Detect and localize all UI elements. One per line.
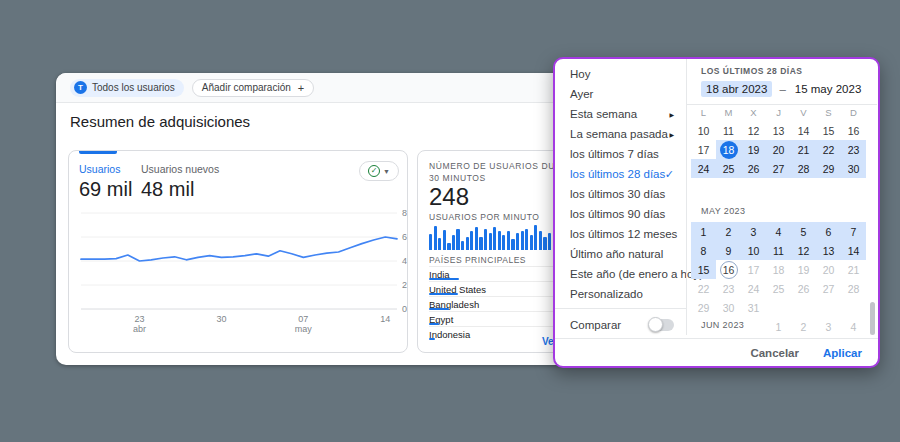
calendar-day-27[interactable]: 27: [766, 159, 791, 178]
calendar-scrollbar[interactable]: [870, 302, 875, 335]
top-countries-header: PAÍSES PRINCIPALES: [429, 255, 526, 265]
day-number: 7: [845, 223, 863, 241]
weekday-header-row: LMXJVSD: [691, 105, 866, 121]
day-number: 4: [845, 318, 863, 336]
day-number: 4: [770, 223, 788, 241]
preset-los-últimos-12-meses[interactable]: los últimos 12 meses: [555, 224, 686, 244]
calendar-day-15[interactable]: 15: [816, 121, 841, 140]
preset-la-semana-pasada[interactable]: La semana pasada▶: [555, 124, 686, 144]
calendar-day-21[interactable]: 21: [791, 140, 816, 159]
day-number: 1: [695, 223, 713, 241]
audience-chip[interactable]: T Todos los usuarios: [70, 79, 184, 97]
day-number: 14: [795, 122, 813, 140]
calendar-day-29[interactable]: 29: [816, 159, 841, 178]
preset-los-últimos-7-días[interactable]: los últimos 7 días: [555, 144, 686, 164]
calendar-day-5[interactable]: 5: [791, 222, 816, 241]
calendar-day-8[interactable]: 8: [691, 241, 716, 260]
calendar-day-28[interactable]: 28: [791, 159, 816, 178]
country-bar: [429, 278, 459, 280]
calendar-day-1[interactable]: 1: [691, 222, 716, 241]
calendar-day-26[interactable]: 26: [741, 159, 766, 178]
calendar-day-15[interactable]: 15: [691, 260, 716, 279]
calendar-day-16[interactable]: 16: [841, 121, 866, 140]
add-comparison-button[interactable]: Añadir comparación +: [192, 79, 314, 97]
day-number: 28: [845, 280, 863, 298]
preset-label: los últimos 12 meses: [570, 228, 677, 240]
day-number: 13: [770, 122, 788, 140]
preset-label: Hoy: [570, 68, 590, 80]
calendar-day-13[interactable]: 13: [816, 241, 841, 260]
calendar-day-4[interactable]: 4: [766, 222, 791, 241]
preset-label: los últimos 90 días: [570, 208, 665, 220]
realtime-users-label: USUARIOS POR MINUTO: [429, 212, 539, 222]
day-number: 21: [795, 141, 813, 159]
calendar-day-24[interactable]: 24: [691, 159, 716, 178]
start-date-input[interactable]: 18 abr 2023: [701, 81, 772, 97]
preset-hoy[interactable]: Hoy: [555, 64, 686, 84]
calendar-week-row: 15161718192021: [691, 260, 866, 279]
calendar-day-18[interactable]: 18: [716, 140, 741, 159]
preset-este-año-de-enero-a-hoy-[interactable]: Este año (de enero a hoy): [555, 264, 686, 284]
calendar-day-12[interactable]: 12: [741, 121, 766, 140]
calendar-day-22[interactable]: 22: [816, 140, 841, 159]
calendar-day-16[interactable]: 16: [716, 260, 741, 279]
calendar-day-21: 21: [841, 260, 866, 279]
preset-los-últimos-90-días[interactable]: los últimos 90 días: [555, 204, 686, 224]
calendar-day-3[interactable]: 3: [741, 222, 766, 241]
calendar-day-4: 4: [841, 317, 866, 336]
preset-los-últimos-30-días[interactable]: los últimos 30 días: [555, 184, 686, 204]
users-line-chart: 8 mil6 mil4 mil2 mil023abr3007may14: [69, 151, 408, 353]
cancel-button[interactable]: Cancelar: [750, 347, 799, 359]
calendar-day-27: 27: [816, 279, 841, 298]
country-bar: [429, 338, 435, 340]
page-title: Resumen de adquisiciones: [70, 113, 250, 130]
calendar-day-14[interactable]: 14: [841, 241, 866, 260]
calendar-day-11[interactable]: 11: [766, 241, 791, 260]
weekday-label: D: [841, 105, 866, 121]
calendar-day-30[interactable]: 30: [841, 159, 866, 178]
calendar-day-25: 25: [766, 279, 791, 298]
calendar-day-10[interactable]: 10: [741, 241, 766, 260]
calendar-day-14[interactable]: 14: [791, 121, 816, 140]
preset-label: Personalizado: [570, 288, 643, 300]
preset-ayer[interactable]: Ayer: [555, 84, 686, 104]
minute-bar: [484, 229, 487, 250]
calendar-day-12[interactable]: 12: [791, 241, 816, 260]
calendar-day-23[interactable]: 23: [841, 140, 866, 159]
calendar-day-2[interactable]: 2: [716, 222, 741, 241]
preset-último-año-natural[interactable]: Último año natural: [555, 244, 686, 264]
calendar-day-11[interactable]: 11: [716, 121, 741, 140]
date-presets-menu: HoyAyerEsta semana▶La semana pasada▶los …: [555, 59, 686, 335]
calendar-day-19[interactable]: 19: [741, 140, 766, 159]
weekday-label: L: [691, 105, 716, 121]
calendar-day-9[interactable]: 9: [716, 241, 741, 260]
calendar-day-20[interactable]: 20: [766, 140, 791, 159]
preset-esta-semana[interactable]: Esta semana▶: [555, 104, 686, 124]
minute-bar: [434, 226, 437, 250]
minute-bar: [543, 237, 546, 250]
month-label-row: MAY 2023: [691, 178, 866, 222]
day-number: 6: [820, 223, 838, 241]
day-number: 10: [695, 122, 713, 140]
calendar-day-6[interactable]: 6: [816, 222, 841, 241]
day-number: 26: [795, 280, 813, 298]
apply-button[interactable]: Aplicar: [823, 347, 862, 359]
day-number: 11: [720, 122, 738, 140]
calendar-day-10[interactable]: 10: [691, 121, 716, 140]
preset-los-últimos-28-días[interactable]: los últimos 28 días✓: [555, 164, 686, 184]
preset-label: Ayer: [570, 88, 593, 100]
calendar-day-7[interactable]: 7: [841, 222, 866, 241]
day-number: 20: [820, 261, 838, 279]
calendar-day-25[interactable]: 25: [716, 159, 741, 178]
calendar-day-13[interactable]: 13: [766, 121, 791, 140]
calendar-day-17[interactable]: 17: [691, 140, 716, 159]
preset-personalizado[interactable]: Personalizado: [555, 284, 686, 304]
date-range-inputs: 18 abr 2023 – 15 may 2023: [701, 80, 863, 98]
end-date-input[interactable]: 15 may 2023: [793, 81, 864, 97]
day-number: 24: [745, 280, 763, 298]
weekday-label: M: [716, 105, 741, 121]
day-number: 2: [795, 318, 813, 336]
svg-text:07: 07: [298, 314, 308, 324]
calendar-week-row: 24252627282930: [691, 159, 866, 178]
compare-toggle[interactable]: [650, 319, 674, 331]
